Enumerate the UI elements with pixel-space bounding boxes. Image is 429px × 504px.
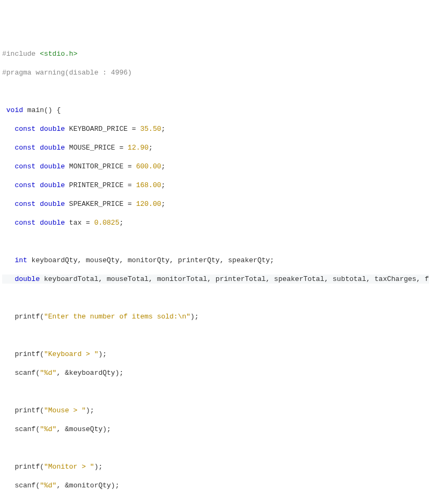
number-literal: 168.00 [136,181,161,189]
keyword: const [14,125,35,133]
code-text: KEYBOARD_PRICE = [65,125,140,133]
fn-call: scanf( [14,425,40,433]
keyword: double [40,200,65,208]
fn-call: printf( [14,313,44,321]
string-literal: "%d" [40,481,56,490]
code-text: , &keyboardQty); [56,369,123,377]
keyword: const [14,181,35,189]
string-literal: "Monitor > " [44,463,94,471]
code-line [2,387,429,397]
code-line [2,331,429,340]
fn-call: scanf( [14,481,40,490]
code-line: printf("Monitor > "); [2,462,429,472]
code-line: int keyboardQty, mouseQty, monitorQty, p… [2,256,429,265]
keyword: void [6,106,23,114]
fn-call: printf( [14,463,44,471]
code-line: scanf("%d", &mouseQty); [2,425,429,434]
code-text: ; [149,144,153,152]
code-text: ; [161,162,165,171]
fn-call: scanf( [14,369,40,377]
code-text: main() { [23,106,61,114]
number-literal: 12.90 [128,144,149,152]
code-line: printf("Mouse > "); [2,406,429,416]
code-text: ); [190,313,199,321]
code-line [2,87,429,97]
keyword: double [40,162,65,171]
keyword: double [40,219,65,227]
code-text: ; [161,125,166,133]
code-line: const double SPEAKER_PRICE = 120.00; [2,199,429,209]
code-text: , &monitorQty); [56,481,119,490]
code-line [2,237,429,247]
code-line: scanf("%d", &monitorQty); [2,481,429,491]
keyword: const [14,219,35,227]
code-text: , &mouseQty); [56,425,110,433]
code-line [2,443,429,453]
string-literal: "Keyboard > " [44,350,98,358]
code-text: tax = [65,219,94,227]
code-line: #include <stdio.h> [2,49,429,59]
code-line [2,293,429,303]
code-text: MOUSE_PRICE = [65,144,128,152]
code-line: const double tax = 0.0825; [2,218,429,228]
code-line: void main() { [2,106,429,115]
keyword: const [14,162,35,171]
code-line: const double MOUSE_PRICE = 12.90; [2,143,429,153]
code-line: scanf("%d", &keyboardQty); [2,368,429,378]
code-text: ); [86,406,94,414]
preproc-token: #include [2,50,40,58]
code-line: const double KEYBOARD_PRICE = 35.50; [2,124,429,134]
pragma-line: #pragma warning(disable : 4996) [2,69,132,77]
number-literal: 120.00 [136,200,161,208]
code-line [2,500,429,505]
code-text: ); [98,350,107,358]
keyword: double [40,125,65,133]
number-literal: 600.00 [136,162,161,171]
code-text: keyboardQty, mouseQty, monitorQty, print… [27,256,274,264]
code-text: MONITOR_PRICE = [65,162,136,171]
fn-call: printf( [14,406,44,414]
keyword: int [14,256,27,264]
fn-call: printf( [14,350,44,358]
code-text: PRINTER_PRICE = [65,181,136,189]
string-literal: "Enter the number of items sold:\n" [44,313,190,321]
code-line: printf("Keyboard > "); [2,350,429,359]
keyword: double [14,275,40,283]
code-text: keyboardTotal, mouseTotal, monitorTotal,… [40,275,429,283]
code-text: SPEAKER_PRICE = [65,200,136,208]
string-literal: "Mouse > " [44,406,86,414]
number-literal: 0.0825 [94,219,120,227]
keyword: double [40,181,65,189]
code-line: printf("Enter the number of items sold:\… [2,312,429,322]
include-header: <stdio.h> [40,50,77,58]
code-line: const double PRINTER_PRICE = 168.00; [2,181,429,190]
code-line-highlighted: double keyboardTotal, mouseTotal, monito… [2,275,429,284]
code-text: ; [161,181,165,189]
keyword: const [14,200,35,208]
code-line: #pragma warning(disable : 4996) [2,68,429,78]
string-literal: "%d" [40,369,56,377]
string-literal: "%d" [40,425,56,433]
keyword: const [14,144,35,152]
code-line: const double MONITOR_PRICE = 600.00; [2,162,429,172]
keyword: double [40,144,65,152]
code-editor: #include <stdio.h> #pragma warning(disab… [0,38,429,504]
code-text: ; [161,200,165,208]
code-text: ); [94,463,103,471]
code-text: ; [119,219,123,227]
number-literal: 35.50 [140,125,161,133]
